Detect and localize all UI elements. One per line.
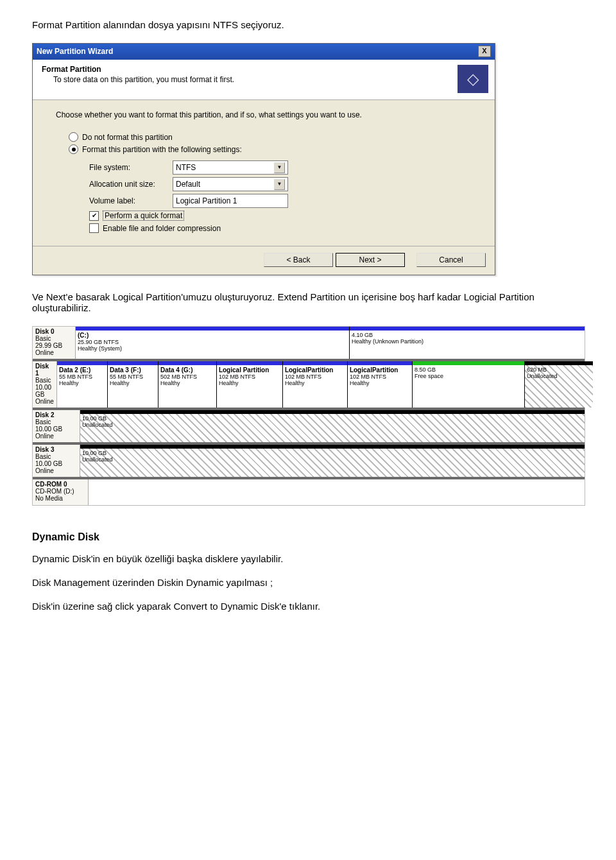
disk-row-header[interactable]: Disk 3Basic10.00 GBOnline: [33, 445, 80, 477]
cancel-button[interactable]: Cancel: [416, 253, 486, 267]
radio-format[interactable]: Format this partition with the following…: [69, 144, 477, 154]
chevron-down-icon: ▼: [274, 179, 285, 190]
partition-size: 8.50 GB: [415, 366, 522, 373]
disk-size: 10.00 GB: [35, 460, 77, 467]
disk-size: 10.00 GB: [35, 426, 77, 433]
partition-block[interactable]: 10.00 GBUnallocated: [80, 410, 585, 442]
partition-block[interactable]: Logical Partition102 MB NTFSHealthy: [216, 361, 282, 408]
partition-block[interactable]: LogicalPartition102 MB NTFSHealthy: [347, 361, 412, 408]
partition-status: Unallocated: [82, 456, 583, 463]
middle-paragraph: Ve Next'e basarak Logical Partition'umuz…: [32, 291, 584, 313]
disk-state: Online: [35, 398, 54, 405]
disk-row-header[interactable]: CD-ROM 0CD-ROM (D:)No Media: [33, 479, 89, 505]
disk-row-header[interactable]: Disk 0Basic29.99 GBOnline: [33, 327, 76, 359]
allocation-value: Default: [176, 180, 200, 189]
partition-colorbar: [80, 445, 585, 449]
back-button[interactable]: < Back: [264, 253, 333, 267]
disk-size: 10.00 GB: [35, 384, 54, 398]
disk-management-panel: Disk 0Basic29.99 GBOnline(C:)25.90 GB NT…: [32, 326, 585, 506]
disk-name: Disk 1: [35, 363, 54, 377]
partition-block[interactable]: (C:)25.90 GB NTFSHealthy (System): [76, 327, 349, 359]
disk-partitions: [89, 479, 585, 505]
partition-status: Healthy: [285, 380, 345, 386]
file-system-select[interactable]: NTFS ▼: [173, 160, 288, 175]
partition-name: (C:): [78, 332, 347, 339]
paragraph-1: Dynamic Disk'in en büyük özelliği başka …: [32, 553, 584, 564]
partition-name: Logical Partition: [219, 366, 280, 374]
partition-block[interactable]: 620 MBUnallocated: [524, 361, 593, 408]
wizard-body-intro: Choose whether you want to format this p…: [56, 110, 477, 119]
partition-block[interactable]: 4.10 GBHealthy (Unknown Partition): [349, 327, 585, 359]
partition-block[interactable]: LogicalPartition102 MB NTFSHealthy: [282, 361, 347, 408]
partition-block[interactable]: Data 3 (F:)55 MB NTFSHealthy: [107, 361, 158, 408]
allocation-select[interactable]: Default ▼: [173, 177, 288, 191]
disk-row-header[interactable]: Disk 1Basic10.00 GBOnline: [33, 361, 57, 408]
partition-block[interactable]: Data 2 (E:)55 MB NTFSHealthy: [57, 361, 107, 408]
partition-colorbar: [283, 361, 347, 365]
partition-status: Free space: [415, 373, 522, 379]
next-button[interactable]: Next >: [336, 253, 405, 267]
partition-colorbar: [413, 361, 524, 365]
disk-name: CD-ROM 0: [35, 481, 85, 488]
disk-name: Disk 0: [35, 328, 73, 335]
disk-partitions: Data 2 (E:)55 MB NTFSHealthyData 3 (F:)5…: [57, 361, 593, 408]
paragraph-3: Disk'in üzerine sağ click yaparak Conver…: [32, 601, 584, 612]
wizard-subheading: To store data on this partition, you mus…: [53, 75, 458, 84]
allocation-label: Allocation unit size:: [89, 180, 173, 189]
wizard-header: Format Partition To store data on this p…: [33, 60, 495, 100]
partition-wizard-window: New Partition Wizard X Format Partition …: [32, 43, 495, 275]
file-system-value: NTFS: [176, 163, 196, 172]
partition-size: 25.90 GB NTFS: [78, 339, 347, 345]
file-system-label: File system:: [89, 163, 173, 172]
disk-type: Basic: [35, 453, 77, 460]
partition-colorbar: [80, 410, 585, 414]
volume-label-input[interactable]: Logical Partition 1: [173, 194, 288, 208]
quick-format-label: Perform a quick format: [103, 211, 184, 221]
partition-colorbar: [217, 361, 282, 365]
wizard-body: Choose whether you want to format this p…: [33, 100, 495, 246]
partition-status: Unallocated: [82, 422, 583, 428]
partition-block[interactable]: 8.50 GBFree space: [412, 361, 524, 408]
quick-format-checkbox[interactable]: ✔ Perform a quick format: [89, 211, 477, 221]
disk-state: No Media: [35, 495, 85, 502]
disk-type: Basic: [35, 335, 73, 342]
partition-colorbar: [57, 361, 107, 365]
disk-type: CD-ROM (D:): [35, 488, 85, 495]
partition-size: 102 MB NTFS: [285, 374, 345, 380]
radio-unchecked-icon: [69, 132, 78, 142]
close-button[interactable]: X: [478, 46, 491, 57]
disk-type: Basic: [35, 377, 54, 384]
compression-checkbox[interactable]: Enable file and folder compression: [89, 223, 477, 233]
section-heading: Dynamic Disk: [32, 531, 584, 543]
wizard-titlebar[interactable]: New Partition Wizard X: [33, 44, 495, 60]
disk-row-header[interactable]: Disk 2Basic10.00 GBOnline: [33, 410, 80, 442]
disk-name: Disk 2: [35, 411, 77, 418]
radio-checked-icon: [69, 144, 78, 154]
radio-no-format-label: Do not format this partition: [82, 133, 173, 142]
partition-name: Data 4 (G:): [160, 366, 214, 374]
disk-row: CD-ROM 0CD-ROM (D:)No Media: [33, 477, 585, 505]
disk-row: Disk 2Basic10.00 GBOnline10.00 GBUnalloc…: [33, 408, 585, 442]
radio-no-format[interactable]: Do not format this partition: [69, 132, 477, 142]
partition-size: 4.10 GB: [352, 332, 583, 338]
partition-size: 10.00 GB: [82, 415, 583, 422]
disk-name: Disk 3: [35, 446, 77, 453]
disk-size: 29.99 GB: [35, 342, 73, 349]
wizard-button-bar: < Back Next > Cancel: [33, 246, 495, 275]
partition-colorbar: [158, 361, 216, 365]
partition-colorbar: [76, 327, 349, 331]
partition-status: Healthy: [160, 380, 214, 386]
partition-block[interactable]: 10.00 GBUnallocated: [80, 445, 585, 477]
partition-name: Data 3 (F:): [110, 366, 156, 374]
chevron-down-icon: ▼: [274, 162, 285, 173]
partition-block[interactable]: Data 4 (G:)502 MB NTFSHealthy: [158, 361, 216, 408]
disk-state: Online: [35, 467, 77, 474]
checkbox-unchecked-icon: [89, 223, 99, 233]
partition-status: Healthy: [350, 380, 410, 386]
partition-status: Healthy: [59, 380, 105, 386]
wizard-heading: Format Partition: [42, 65, 458, 74]
disk-type: Basic: [35, 418, 77, 426]
disk-partitions: (C:)25.90 GB NTFSHealthy (System)4.10 GB…: [76, 327, 585, 359]
volume-label-value: Logical Partition 1: [176, 196, 237, 205]
partition-size: 102 MB NTFS: [350, 374, 410, 380]
